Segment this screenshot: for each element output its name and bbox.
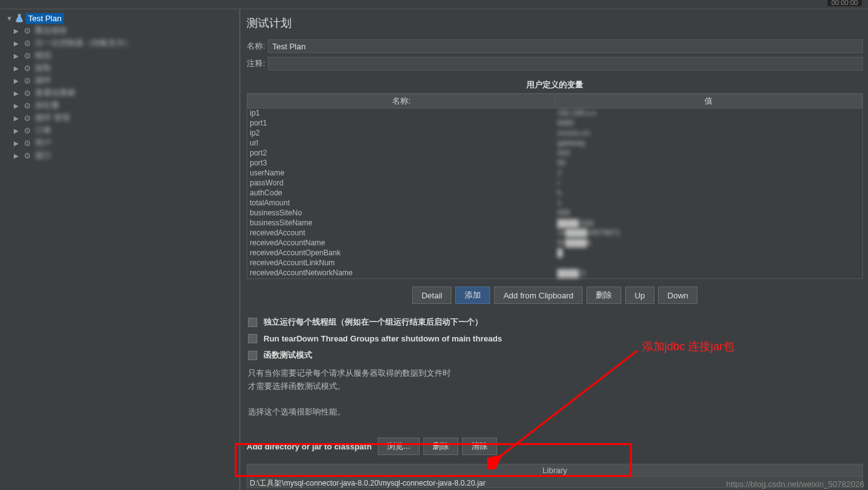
gear-icon: ⚙ — [22, 63, 32, 73]
gear-icon: ⚙ — [22, 100, 32, 110]
tree-item[interactable]: ▶⚙用户 — [1, 137, 238, 149]
checkbox-independent[interactable] — [248, 318, 257, 327]
var-row[interactable]: receivedAccount14████04579871 — [247, 228, 862, 238]
var-row[interactable]: port380 — [247, 159, 862, 169]
name-input[interactable] — [268, 39, 863, 53]
var-name: businessSiteNo — [247, 208, 555, 218]
expand-icon[interactable]: ▶ — [14, 115, 20, 122]
button-row: Detail 添加 Add from Clipboard 删除 Up Down — [247, 287, 863, 304]
tree-item[interactable]: ▶⚙订单 — [1, 124, 238, 137]
up-button[interactable]: Up — [625, 287, 654, 304]
tree-item[interactable]: ▶⚙查看结果树 — [1, 87, 238, 99]
gear-icon: ⚙ — [22, 76, 32, 86]
expand-icon[interactable]: ▶ — [14, 90, 20, 97]
var-name: receivedAccountNetworkName — [247, 268, 555, 278]
clear-button[interactable]: 清除 — [462, 438, 497, 455]
var-row[interactable]: receivedAccountOpenBank█ — [247, 248, 862, 258]
tree-item[interactable]: ▶⚙提取 — [1, 62, 238, 74]
tree-item[interactable]: ▶⚙模拟 — [1, 49, 238, 62]
browse-button[interactable]: 浏览... — [378, 438, 420, 455]
top-toolbar — [0, 0, 868, 9]
expand-icon[interactable]: ▶ — [14, 52, 20, 59]
var-row[interactable]: ip1192.168.x.x — [247, 109, 862, 119]
expand-icon[interactable]: ▶ — [14, 127, 20, 134]
tree-item[interactable]: ▶⚙循环 — [1, 74, 238, 87]
var-row[interactable]: businessSiteName████法院 — [247, 218, 862, 228]
clipboard-button[interactable]: Add from Clipboard — [494, 287, 583, 304]
tree-item-label: 模拟 — [35, 50, 51, 61]
var-value: r — [555, 179, 863, 189]
tree-item-label: 接口 — [35, 150, 51, 161]
note-text: 只有当你需要记录每个请求从服务器取得的数据到文件时 才需要选择函数测试模式。 选… — [248, 367, 862, 419]
var-name: businessSiteName — [247, 218, 555, 228]
var-name: authCode — [247, 189, 555, 198]
var-value — [555, 258, 863, 268]
delete-button[interactable]: 删除 — [586, 287, 621, 304]
expand-icon[interactable]: ▶ — [14, 140, 20, 147]
detail-button[interactable]: Detail — [412, 287, 451, 304]
tree-root[interactable]: ▼ Test Plan — [1, 12, 238, 24]
delete2-button[interactable]: 删除 — [423, 438, 458, 455]
expand-icon[interactable]: ▶ — [14, 102, 20, 109]
library-header: Library — [247, 464, 863, 477]
var-row[interactable]: receivedAccountLinkNum — [247, 258, 862, 268]
col-name: 名称: — [248, 94, 555, 108]
name-label: 名称: — [247, 41, 268, 52]
tree-item[interactable]: ▶⚙仅一次控制器（转账支付） — [1, 37, 238, 49]
checkbox-teardown[interactable] — [248, 334, 257, 343]
tree-item-label: 订单 — [35, 125, 51, 136]
add-button[interactable]: 添加 — [455, 287, 490, 304]
var-row[interactable]: businessSiteNo559 — [247, 208, 862, 218]
var-name: userName — [247, 169, 555, 179]
var-value: 559 — [555, 208, 863, 218]
expand-icon[interactable]: ▶ — [14, 152, 20, 159]
main-panel: 测试计划 名称: 注释: 用户定义的变量 名称: 值 ip1192.168.x.… — [240, 9, 868, 490]
gear-icon: ⚙ — [22, 88, 32, 98]
tree-item-label: 循环 — [35, 75, 51, 86]
var-row[interactable]: userName2 — [247, 169, 862, 179]
var-name: passWord — [247, 179, 555, 189]
var-row[interactable]: authCodeh — [247, 189, 862, 198]
tree-item[interactable]: ▶⚙吞吐量 — [1, 99, 238, 112]
gear-icon: ⚙ — [22, 113, 32, 123]
var-name: receivedAccountOpenBank — [247, 248, 555, 258]
vars-table: 名称: 值 ip1192.168.x.xport18080ip2xxxxxx.c… — [247, 93, 863, 279]
var-value: 443 — [555, 149, 863, 159]
tree-item[interactable]: ▶⚙聚合报告 — [1, 24, 238, 37]
gear-icon: ⚙ — [22, 38, 32, 48]
var-row[interactable]: receivedAccountName50████4 — [247, 238, 862, 248]
down-button[interactable]: Down — [658, 287, 698, 304]
comment-label: 注释: — [247, 58, 268, 69]
var-row[interactable]: totalAmount1 — [247, 198, 862, 208]
tree-panel: ▼ Test Plan ▶⚙聚合报告▶⚙仅一次控制器（转账支付）▶⚙模拟▶⚙提取… — [0, 9, 240, 490]
tree-item[interactable]: ▶⚙接口 — [1, 149, 238, 162]
var-row[interactable]: port18080 — [247, 119, 862, 129]
expand-icon[interactable]: ▶ — [14, 27, 20, 34]
var-row[interactable]: receivedAccountNetworkName████行 — [247, 268, 862, 278]
var-value: 8080 — [555, 119, 863, 129]
var-row[interactable]: passWordr — [247, 179, 862, 189]
var-name: receivedAccountName — [247, 238, 555, 248]
var-row[interactable]: ip2xxxxxx.cn — [247, 129, 862, 139]
toolbar-icon[interactable] — [5, 0, 22, 5]
tree-item-label: 提取 — [35, 62, 51, 74]
check-label-1: 独立运行每个线程组（例如在一个组运行结束后启动下一个） — [264, 316, 483, 328]
var-row[interactable]: port2443 — [247, 149, 862, 159]
expand-icon[interactable]: ▶ — [14, 77, 20, 84]
tree-item[interactable]: ▶⚙循环 管理 — [1, 112, 238, 124]
watermark: https://blog.csdn.net/weixin_50782026 — [726, 479, 864, 489]
expand-icon[interactable]: ▶ — [14, 40, 20, 47]
check-label-2: Run tearDown Thread Groups after shutdow… — [264, 334, 502, 343]
var-row[interactable]: urlgateway — [247, 139, 862, 149]
checkbox-functest[interactable] — [248, 351, 257, 360]
annotation-text: 添加jdbc 连接jar包 — [642, 339, 734, 354]
expand-icon[interactable]: ▼ — [6, 15, 12, 22]
expand-icon[interactable]: ▶ — [14, 65, 20, 72]
var-value: xxxxxx.cn — [555, 129, 863, 139]
var-value: ████法院 — [555, 218, 863, 228]
tree-item-label: 查看结果树 — [35, 87, 76, 99]
comment-input[interactable] — [268, 57, 863, 71]
tree-item-label: 循环 管理 — [35, 112, 70, 124]
tree-root-label: Test Plan — [26, 13, 64, 24]
panel-title: 测试计划 — [247, 16, 863, 31]
